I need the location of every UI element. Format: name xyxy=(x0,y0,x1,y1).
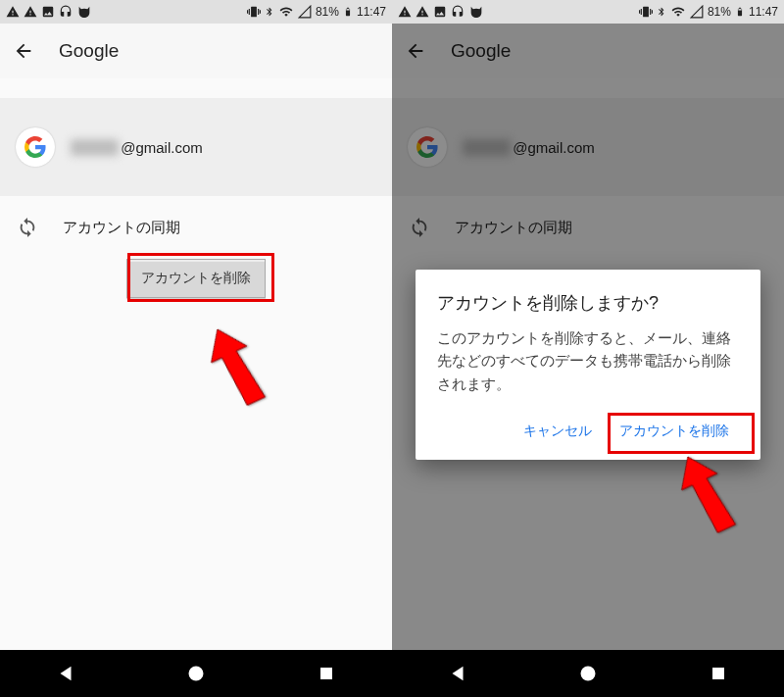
warning-icon xyxy=(24,5,37,19)
vibrate-icon xyxy=(639,5,653,19)
dialog-actions: キャンセル アカウントを削除 xyxy=(437,413,739,450)
battery-icon xyxy=(735,5,745,19)
google-logo-icon xyxy=(16,127,55,167)
svg-point-1 xyxy=(188,667,203,681)
status-bar: 81% 11:47 xyxy=(0,0,392,24)
page-title: Google xyxy=(59,40,119,62)
clock: 11:47 xyxy=(357,5,386,19)
nav-recents-button[interactable] xyxy=(705,660,732,687)
confirm-dialog: アカウントを削除しますか? このアカウントを削除すると、メール、連絡先などのすべ… xyxy=(416,270,760,460)
warning-icon xyxy=(398,5,412,19)
dialog-title: アカウントを削除しますか? xyxy=(437,291,739,315)
remove-button-row: アカウントを削除 xyxy=(0,259,392,308)
status-bar: 81% 11:47 xyxy=(392,0,784,24)
app-bar: Google xyxy=(0,24,392,78)
image-icon xyxy=(433,5,447,19)
svg-rect-5 xyxy=(712,668,724,679)
nav-recents-button[interactable] xyxy=(313,660,340,687)
status-right: 81% 11:47 xyxy=(247,5,386,19)
signal-icon xyxy=(298,5,312,19)
dialog-cancel-button[interactable]: キャンセル xyxy=(514,413,602,450)
account-user-hidden: user xyxy=(71,139,119,156)
account-email: user @gmail.com xyxy=(71,139,203,156)
bluetooth-icon xyxy=(265,5,274,19)
screen-right: 81% 11:47 Google user @gmail.com アカウントの同… xyxy=(392,0,784,697)
image-icon xyxy=(41,5,55,19)
svg-rect-3 xyxy=(738,9,741,10)
sync-label: アカウントの同期 xyxy=(63,219,180,237)
nav-back-button[interactable] xyxy=(444,660,471,687)
sync-icon xyxy=(16,216,39,239)
dialog-body: このアカウントを削除すると、メール、連絡先などのすべてのデータも携帯電話から削除… xyxy=(437,326,739,395)
sync-row[interactable]: アカウントの同期 xyxy=(0,196,392,259)
status-left xyxy=(398,5,484,19)
battery-icon xyxy=(343,5,353,19)
battery-percent: 81% xyxy=(708,5,731,19)
back-button[interactable] xyxy=(12,39,35,63)
svg-rect-0 xyxy=(346,9,349,10)
navigation-bar xyxy=(392,650,784,697)
vibrate-icon xyxy=(247,5,261,19)
wifi-icon xyxy=(278,5,294,19)
headphones-icon xyxy=(451,5,465,19)
status-left xyxy=(6,5,92,19)
warning-icon xyxy=(416,5,429,19)
bluetooth-icon xyxy=(657,5,666,19)
warning-icon xyxy=(6,5,20,19)
annotation-arrow-icon xyxy=(201,324,270,412)
wifi-icon xyxy=(670,5,686,19)
cat-icon xyxy=(468,5,484,19)
svg-point-4 xyxy=(580,667,595,681)
remove-account-button[interactable]: アカウントを削除 xyxy=(126,259,266,298)
account-section[interactable]: user @gmail.com xyxy=(0,98,392,196)
nav-back-button[interactable] xyxy=(52,660,79,687)
battery-percent: 81% xyxy=(316,5,339,19)
navigation-bar xyxy=(0,650,392,697)
clock: 11:47 xyxy=(749,5,778,19)
dialog-confirm-button[interactable]: アカウントを削除 xyxy=(610,413,739,450)
svg-rect-2 xyxy=(320,668,332,679)
headphones-icon xyxy=(59,5,73,19)
account-domain: @gmail.com xyxy=(121,139,203,156)
nav-home-button[interactable] xyxy=(574,660,602,687)
screen-left: 81% 11:47 Google user @gmail.com アカウントの同… xyxy=(0,0,392,697)
status-right: 81% 11:47 xyxy=(639,5,778,19)
cat-icon xyxy=(76,5,92,19)
signal-icon xyxy=(690,5,704,19)
nav-home-button[interactable] xyxy=(182,660,210,687)
